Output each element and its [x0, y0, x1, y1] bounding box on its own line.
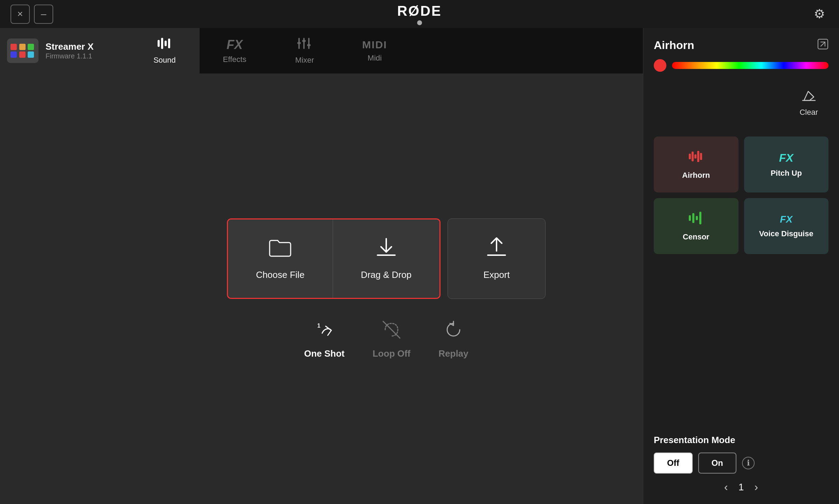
grid-cell-4 [11, 51, 17, 58]
drag-drop-label: Drag & Drop [361, 270, 412, 280]
tab-sound-label: Sound [153, 56, 176, 65]
midi-tab-icon: MIDI [362, 39, 387, 51]
sound-card-voice-disguise[interactable]: FX Voice Disguise [744, 198, 829, 254]
svg-rect-7 [297, 42, 301, 44]
tab-mixer[interactable]: Mixer [270, 28, 340, 74]
grid-cell-1 [11, 44, 17, 50]
right-panel: Airhorn [643, 28, 839, 504]
upload-icon [484, 237, 509, 262]
replay-control[interactable]: Replay [438, 320, 468, 359]
file-actions-row: Choose File Drag & Drop [227, 218, 441, 299]
svg-rect-23 [700, 153, 702, 160]
loop-off-control[interactable]: Loop Off [373, 320, 410, 359]
export-button[interactable]: Export [448, 218, 546, 299]
download-icon [374, 237, 398, 262]
svg-rect-27 [699, 212, 701, 224]
tab-effects-label: Effects [223, 55, 247, 64]
color-track[interactable] [672, 62, 828, 69]
svg-rect-9 [307, 44, 311, 46]
minimize-button[interactable]: – [34, 5, 53, 24]
export-label: Export [484, 270, 510, 280]
device-firmware: Firmware 1.1.1 [46, 52, 93, 60]
replay-label: Replay [438, 348, 468, 359]
content-area: Sound FX Effects [130, 28, 643, 504]
tab-effects[interactable]: FX Effects [200, 28, 270, 74]
device-info: Streamer X Firmware 1.1.1 [46, 41, 93, 60]
sidebar: Streamer X Firmware 1.1.1 [0, 28, 130, 504]
voice-disguise-icon: FX [780, 214, 792, 225]
presentation-mode-controls: Off On ℹ [654, 453, 828, 474]
grid-cell-5 [19, 51, 26, 58]
one-shot-control[interactable]: 1 One Shot [304, 320, 345, 359]
device-name: Streamer X [46, 41, 93, 52]
choose-file-button[interactable]: Choose File [228, 219, 333, 298]
svg-rect-5 [303, 38, 305, 49]
one-shot-label: One Shot [304, 348, 345, 359]
svg-rect-6 [308, 38, 310, 49]
svg-rect-1 [161, 38, 163, 49]
svg-line-17 [821, 42, 825, 46]
clear-section: Clear [654, 82, 828, 130]
title-bar: × – RØDE ⚙ [0, 0, 839, 28]
file-row: Choose File Drag & Drop [227, 218, 546, 299]
svg-rect-0 [158, 40, 160, 47]
pagination: ‹ 1 › [654, 481, 828, 493]
right-panel-header: Airhorn [654, 38, 828, 52]
clear-button[interactable]: Clear [789, 82, 828, 122]
tab-sound[interactable]: Sound [130, 28, 200, 74]
presentation-mode-section: Presentation Mode Off On ℹ [654, 435, 828, 474]
folder-icon [268, 237, 292, 262]
choose-file-label: Choose File [256, 270, 305, 280]
presentation-mode-off-button[interactable]: Off [654, 453, 693, 474]
loop-off-label: Loop Off [373, 348, 410, 359]
svg-rect-22 [697, 151, 699, 162]
svg-rect-2 [165, 41, 167, 46]
loop-off-icon [382, 320, 401, 343]
sound-tab-icon [157, 37, 172, 53]
playback-controls: 1 One Shot [304, 320, 468, 359]
pitch-up-label: Pitch Up [771, 169, 802, 178]
presentation-mode-info-icon[interactable]: ℹ [742, 457, 755, 469]
sound-card-airhorn[interactable]: Airhorn [654, 136, 739, 192]
clear-label: Clear [799, 108, 818, 117]
svg-rect-26 [696, 216, 698, 220]
right-panel-title: Airhorn [654, 39, 694, 52]
svg-rect-21 [694, 154, 696, 159]
color-dot [654, 59, 666, 72]
grid-cell-3 [28, 44, 34, 50]
sound-card-pitch-up[interactable]: FX Pitch Up [744, 136, 829, 192]
airhorn-label: Airhorn [682, 171, 710, 180]
tab-midi[interactable]: MIDI Midi [340, 28, 410, 74]
svg-rect-20 [692, 152, 694, 161]
next-page-button[interactable]: › [754, 481, 758, 493]
presentation-mode-title: Presentation Mode [654, 435, 828, 446]
prev-page-button[interactable]: ‹ [724, 481, 728, 493]
voice-disguise-label: Voice Disguise [759, 229, 813, 238]
svg-text:1: 1 [317, 323, 320, 329]
color-slider-row [654, 59, 828, 72]
presentation-mode-on-button[interactable]: On [698, 453, 736, 474]
svg-rect-25 [692, 213, 694, 223]
drag-drop-button[interactable]: Drag & Drop [333, 219, 440, 298]
sidebar-device: Streamer X Firmware 1.1.1 [7, 38, 123, 63]
sound-cards: Airhorn FX Pitch Up Censor [654, 136, 828, 254]
effects-tab-icon: FX [227, 37, 243, 52]
device-icon [7, 38, 39, 63]
main-layout: Streamer X Firmware 1.1.1 Sound [0, 28, 839, 504]
app-logo: RØDE [397, 3, 442, 25]
svg-rect-24 [689, 215, 691, 221]
censor-label: Censor [683, 232, 709, 241]
close-button[interactable]: × [11, 5, 30, 24]
svg-rect-19 [689, 154, 691, 159]
sound-card-censor[interactable]: Censor [654, 198, 739, 254]
device-grid [11, 44, 35, 58]
tab-bar: Sound FX Effects [130, 28, 643, 74]
eraser-icon [801, 88, 817, 105]
tab-content: Choose File Drag & Drop [130, 74, 643, 504]
right-panel-export-icon[interactable] [817, 38, 828, 52]
pitch-up-icon: FX [779, 152, 793, 164]
tab-mixer-label: Mixer [295, 56, 314, 65]
file-actions-wrapper: Choose File Drag & Drop [227, 218, 546, 359]
settings-icon[interactable]: ⚙ [814, 7, 825, 21]
mixer-tab-icon [297, 37, 312, 53]
